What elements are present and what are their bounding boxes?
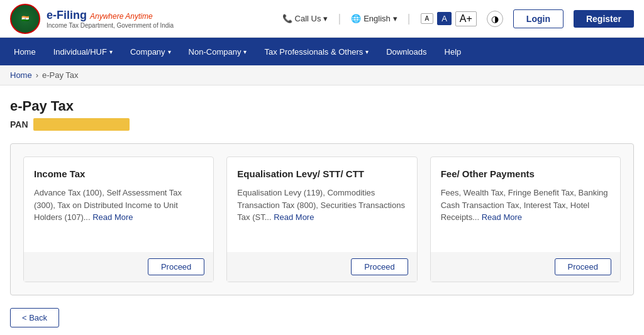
nav-downloads-label: Downloads xyxy=(386,47,426,57)
nav-taxpro[interactable]: Tax Professionals & Others ▾ xyxy=(255,38,377,65)
nav-company-label: Company xyxy=(130,47,165,57)
logo-emblem: 🇮🇳 xyxy=(10,4,40,34)
nav-individual[interactable]: Individual/HUF ▾ xyxy=(45,38,121,65)
income-tax-proceed-button[interactable]: Proceed xyxy=(148,258,204,275)
nav-downloads[interactable]: Downloads xyxy=(377,38,435,65)
nav-individual-label: Individual/HUF xyxy=(53,47,107,57)
globe-icon: 🌐 xyxy=(351,14,361,23)
font-small-button[interactable]: A xyxy=(421,13,434,24)
separator-2: | xyxy=(408,12,411,25)
breadcrumb-separator: › xyxy=(36,70,38,80)
nav-individual-chevron: ▾ xyxy=(109,48,113,55)
cards-section: Income Tax Advance Tax (100), Self Asses… xyxy=(10,143,634,295)
income-tax-footer: Proceed xyxy=(24,252,213,282)
pan-label: PAN xyxy=(10,119,28,129)
phone-icon: 📞 xyxy=(282,14,292,23)
pan-row: PAN XXXXXXXXXX xyxy=(10,118,634,131)
nav-noncompany[interactable]: Non-Company ▾ xyxy=(180,38,256,65)
income-tax-title: Income Tax xyxy=(34,168,203,179)
font-large-button[interactable]: A+ xyxy=(455,11,477,26)
register-button[interactable]: Register xyxy=(574,10,634,28)
equalisation-levy-footer: Proceed xyxy=(227,252,416,282)
fee-other-footer: Proceed xyxy=(431,252,620,282)
page-title: e-Pay Tax xyxy=(10,98,634,114)
breadcrumb: Home › e-Pay Tax xyxy=(0,65,644,85)
breadcrumb-current: e-Pay Tax xyxy=(42,70,79,80)
font-controls: A A A+ xyxy=(421,11,477,26)
nav-noncompany-label: Non-Company xyxy=(189,47,242,57)
nav-company-chevron: ▾ xyxy=(168,48,171,55)
back-button[interactable]: < Back xyxy=(10,308,59,327)
call-us-button[interactable]: 📞 Call Us ▾ xyxy=(282,14,328,23)
call-us-chevron: ▾ xyxy=(323,14,328,23)
top-header: 🇮🇳 e-Filing Anywhere Anytime Income Tax … xyxy=(0,0,644,38)
login-button[interactable]: Login xyxy=(513,9,564,28)
font-medium-button[interactable]: A xyxy=(437,12,452,25)
separator-1: | xyxy=(338,12,341,25)
income-tax-desc: Advance Tax (100), Self Assessment Tax (… xyxy=(34,187,203,224)
fee-other-desc: Fees, Wealth Tax, Fringe Benefit Tax, Ba… xyxy=(441,187,610,224)
nav-help-label: Help xyxy=(445,47,462,57)
call-us-label: Call Us xyxy=(295,14,321,23)
fee-other-title: Fee/ Other Payments xyxy=(441,168,610,179)
logo-tagline: Anywhere Anytime xyxy=(90,12,153,21)
breadcrumb-home[interactable]: Home xyxy=(10,70,32,80)
lang-chevron: ▾ xyxy=(393,14,397,23)
contrast-button[interactable]: ◑ xyxy=(487,11,503,27)
pan-value: XXXXXXXXXX xyxy=(33,118,130,131)
nav-home-label: Home xyxy=(14,47,36,57)
equalisation-levy-title: Equalisation Levy/ STT/ CTT xyxy=(237,168,406,179)
cards-row: Income Tax Advance Tax (100), Self Asses… xyxy=(23,157,621,282)
fee-other-card: Fee/ Other Payments Fees, Wealth Tax, Fr… xyxy=(430,157,621,282)
equalisation-levy-read-more[interactable]: Read More xyxy=(274,212,314,222)
logo-text: e-Filing Anywhere Anytime Income Tax Dep… xyxy=(47,9,174,29)
nav-noncompany-chevron: ▾ xyxy=(243,48,247,55)
income-tax-card: Income Tax Advance Tax (100), Self Asses… xyxy=(23,157,214,282)
logo-subtitle: Income Tax Department, Government of Ind… xyxy=(47,22,174,29)
nav-help[interactable]: Help xyxy=(436,38,470,65)
language-label: English xyxy=(364,14,391,23)
equalisation-levy-card: Equalisation Levy/ STT/ CTT Equalisation… xyxy=(226,157,417,282)
logo-area: 🇮🇳 e-Filing Anywhere Anytime Income Tax … xyxy=(10,4,174,34)
language-button[interactable]: 🌐 English ▾ xyxy=(351,14,397,23)
main-nav: Home Individual/HUF ▾ Company ▾ Non-Comp… xyxy=(0,38,644,65)
nav-home[interactable]: Home xyxy=(5,38,45,65)
fee-other-proceed-button[interactable]: Proceed xyxy=(555,258,611,275)
page-content: e-Pay Tax PAN XXXXXXXXXX Income Tax Adva… xyxy=(0,85,644,335)
equalisation-levy-proceed-button[interactable]: Proceed xyxy=(351,258,408,275)
income-tax-read-more[interactable]: Read More xyxy=(92,212,133,222)
equalisation-levy-desc: Equalisation Levy (119), Commodities Tra… xyxy=(237,187,406,224)
nav-taxpro-label: Tax Professionals & Others xyxy=(264,47,363,57)
nav-company[interactable]: Company ▾ xyxy=(121,38,180,65)
fee-other-read-more[interactable]: Read More xyxy=(482,212,522,222)
site-name: e-Filing Anywhere Anytime xyxy=(47,9,174,22)
header-right: 📞 Call Us ▾ | 🌐 English ▾ | A A A+ ◑ Log… xyxy=(282,9,634,28)
back-section: < Back xyxy=(10,308,634,327)
nav-taxpro-chevron: ▾ xyxy=(365,48,369,55)
